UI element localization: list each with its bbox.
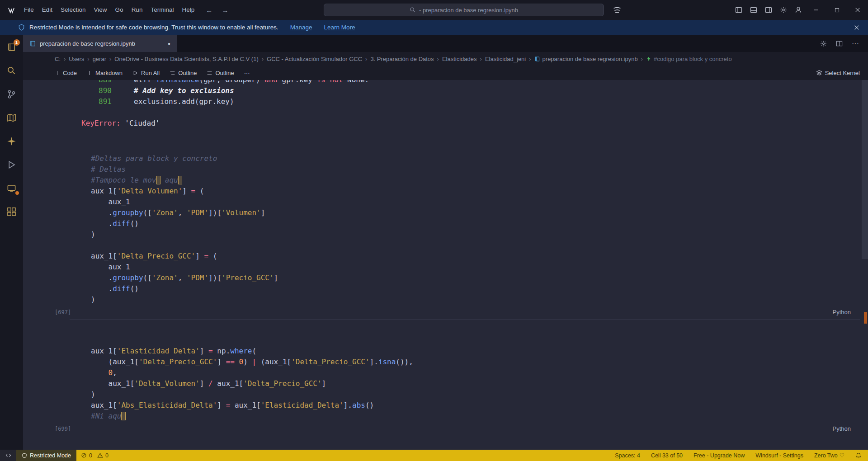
error-output: 889elif isinstance(gpr, Grouper) and gpr… xyxy=(23,80,868,129)
breadcrumb-item-cell[interactable]: #codigo para block y concreto xyxy=(646,56,732,62)
cell-language-picker[interactable]: Python xyxy=(833,309,851,315)
learn-more-link[interactable]: Learn More xyxy=(324,24,355,31)
toggle-panel-icon[interactable] xyxy=(746,0,761,20)
more-actions-icon[interactable]: ··· xyxy=(852,39,859,47)
cell-position-status[interactable]: Cell 33 of 50 xyxy=(651,452,683,459)
breadcrumb-item[interactable]: GCC - Actualización Simulador GCC xyxy=(267,56,362,62)
menu-view[interactable]: View xyxy=(90,0,111,20)
code-token: 0 xyxy=(239,358,244,366)
notebook-cell[interactable]: aux_1['Elasticidad_Delta'] = np.where( (… xyxy=(23,346,868,433)
cell-language-picker[interactable]: Python xyxy=(833,425,851,432)
run-debug-icon[interactable] xyxy=(6,159,17,170)
breadcrumb-item[interactable]: Elasticidad_jeni xyxy=(485,56,526,62)
notifications-bell-icon[interactable] xyxy=(855,452,862,459)
breadcrumb-separator: › xyxy=(262,56,264,62)
breadcrumb-item[interactable]: Elasticidades xyxy=(442,56,477,62)
menu-run[interactable]: Run xyxy=(127,0,147,20)
plan-upgrade-status[interactable]: Free - Upgrade Now xyxy=(693,452,745,459)
profile-status[interactable]: Zero Two ♡ xyxy=(814,452,844,459)
windsurf-wave-icon xyxy=(613,5,622,14)
breadcrumb-item[interactable]: OneDrive - Business Data Scientists, S.A… xyxy=(114,56,258,62)
code-token: aux_1 xyxy=(91,198,130,206)
outline-button[interactable]: Outline xyxy=(165,66,202,80)
menu-edit[interactable]: Edit xyxy=(38,0,57,20)
code-token: .add(gpr.key) xyxy=(177,97,234,106)
select-kernel-button[interactable]: Select Kernel xyxy=(816,70,860,76)
maximize-button[interactable] xyxy=(826,0,847,20)
account-icon[interactable] xyxy=(791,0,806,20)
code-token: ])[ xyxy=(208,273,222,282)
tab-title: preparacion de base regresion.ipynb xyxy=(40,40,135,47)
notebook-icon xyxy=(29,40,36,47)
cascade-chat-icon[interactable]: 1 xyxy=(6,42,17,52)
add-markdown-cell-button[interactable]: Markdown xyxy=(82,66,127,80)
breadcrumb-separator: › xyxy=(87,56,89,62)
remote-explorer-icon[interactable] xyxy=(6,183,17,193)
split-editor-icon[interactable] xyxy=(836,40,843,47)
outline-button-2[interactable]: Outline xyxy=(202,66,239,80)
code-token: ] xyxy=(274,273,278,282)
scrollbar-thumb[interactable] xyxy=(862,80,868,259)
traceback-line: 890# Add key to exclusions xyxy=(23,85,868,96)
menu-terminal[interactable]: Terminal xyxy=(146,0,178,20)
cell-separator xyxy=(70,320,860,320)
back-arrow-icon[interactable]: ← xyxy=(206,6,212,14)
breadcrumb-cell-label: #codigo para block y concreto xyxy=(654,56,732,62)
sparkle-ai-icon[interactable] xyxy=(6,136,17,146)
breadcrumb: C: › Users › gerar › OneDrive - Business… xyxy=(23,52,868,66)
add-code-cell-button[interactable]: Code xyxy=(49,66,82,80)
settings-gear-icon[interactable] xyxy=(776,0,791,20)
notebook-content[interactable]: 889elif isinstance(gpr, Grouper) and gpr… xyxy=(23,80,868,450)
run-all-button[interactable]: Run All xyxy=(127,66,165,80)
breadcrumb-item[interactable]: Users xyxy=(69,56,84,62)
line-number: 891 xyxy=(99,96,134,107)
code-token: () xyxy=(130,284,139,293)
map-explorer-icon[interactable] xyxy=(6,112,17,123)
indentation-status[interactable]: Spaces: 4 xyxy=(615,452,640,459)
command-center-search[interactable]: - preparacion de base regresion.ipynb xyxy=(324,4,604,16)
cell-code-editor[interactable]: aux_1['Elasticidad_Delta'] = np.where( (… xyxy=(23,346,868,422)
breadcrumb-file-label: preparacion de base regresion.ipynb xyxy=(542,56,638,62)
code-line: #Deltas para block y concreto xyxy=(91,153,868,164)
source-control-icon[interactable] xyxy=(6,89,17,99)
problems-status[interactable]: 0 0 xyxy=(81,452,111,459)
cell-code-editor[interactable]: #Deltas para block y concreto# Deltas#Ta… xyxy=(23,153,868,305)
menu-go[interactable]: Go xyxy=(111,0,127,20)
breadcrumb-separator: › xyxy=(365,56,367,62)
code-token: ]. xyxy=(344,401,352,409)
banner-close-icon[interactable] xyxy=(854,20,860,35)
toolbar-more-icon[interactable]: ··· xyxy=(239,66,255,80)
toggle-sidebar-icon[interactable] xyxy=(731,0,746,20)
profile-name: Zero Two xyxy=(814,452,838,459)
close-window-button[interactable] xyxy=(847,0,868,20)
outline-list-icon xyxy=(170,70,175,76)
code-line: aux_1['Elasticidad_Delta'] = np.where( xyxy=(91,346,868,357)
breadcrumb-item[interactable]: 3. Preparación de Datos xyxy=(370,56,434,62)
code-line: (aux_1['Delta_Precio_GCC'] == 0) | (aux_… xyxy=(91,357,868,367)
tab-notebook[interactable]: preparacion de base regresion.ipynb ● xyxy=(23,35,177,52)
search-sidebar-icon[interactable] xyxy=(6,65,17,76)
extensions-icon[interactable] xyxy=(6,206,17,217)
code-token: #Ni aqu xyxy=(91,412,121,420)
menu-help[interactable]: Help xyxy=(178,0,198,20)
notebook-cell[interactable]: #Deltas para block y concreto# Deltas#Ta… xyxy=(23,153,868,317)
menu-file[interactable]: File xyxy=(20,0,38,20)
code-line: .groupby(['Zona', 'PDM'])['Volumen'] xyxy=(91,207,868,218)
outline-label: Outline xyxy=(178,70,197,76)
manage-link[interactable]: Manage xyxy=(290,24,312,31)
breadcrumb-item[interactable]: gerar xyxy=(93,56,106,62)
menu-selection[interactable]: Selection xyxy=(57,0,90,20)
code-token: ] xyxy=(200,347,208,355)
windsurf-settings-status[interactable]: Windsurf - Settings xyxy=(755,452,803,459)
code-token: , xyxy=(178,273,187,282)
restricted-mode-status[interactable]: Restricted Mode xyxy=(16,450,76,461)
breadcrumb-item[interactable]: C: xyxy=(55,56,61,62)
minimize-button[interactable] xyxy=(806,0,826,20)
breadcrumb-item-file[interactable]: preparacion de base regresion.ipynb xyxy=(534,56,638,62)
forward-arrow-icon[interactable]: → xyxy=(222,6,228,14)
editor-gear-icon[interactable] xyxy=(820,40,827,47)
toggle-secondary-sidebar-icon[interactable] xyxy=(761,0,776,20)
code-token: () xyxy=(365,401,374,409)
error-count: 0 xyxy=(89,452,92,459)
remote-indicator[interactable] xyxy=(0,450,16,461)
